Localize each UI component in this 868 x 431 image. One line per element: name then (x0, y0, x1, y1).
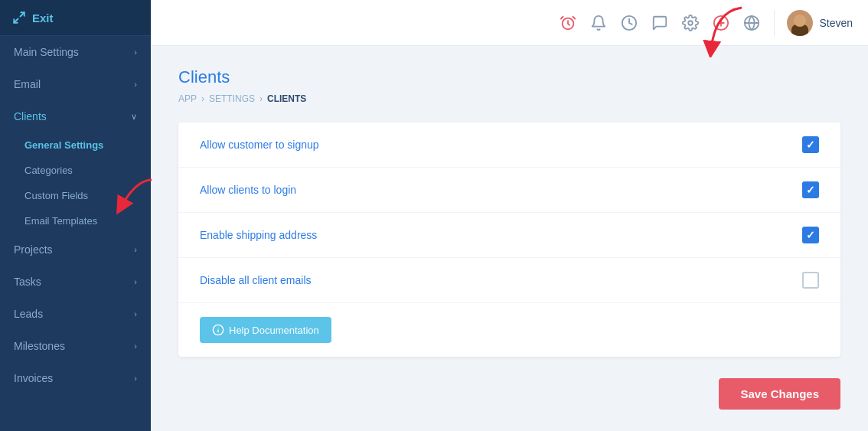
chevron-right-icon: › (134, 309, 137, 318)
setting-label-shipping-address: Enable shipping address (200, 229, 787, 241)
setting-row-disable-emails: Disable all client emails (178, 258, 840, 303)
avatar (787, 10, 813, 36)
sidebar-subitem-custom-fields[interactable]: Custom Fields (0, 183, 151, 208)
username-label: Steven (819, 17, 853, 29)
sidebar-item-projects[interactable]: Projects › (0, 233, 151, 266)
user-section[interactable]: Steven (774, 10, 853, 36)
sidebar-item-email[interactable]: Email › (0, 68, 151, 100)
content-area: Clients APP › SETTINGS › CLIENTS Allow c… (151, 46, 868, 431)
sidebar-subitem-email-templates[interactable]: Email Templates (0, 208, 151, 233)
exit-button[interactable]: Exit (0, 0, 151, 36)
setting-row-allow-login: Allow clients to login (178, 168, 840, 213)
breadcrumb: APP › SETTINGS › CLIENTS (178, 93, 840, 104)
chevron-right-icon: › (134, 277, 137, 286)
sidebar-item-label: Tasks (14, 276, 41, 288)
checkbox-allow-signup[interactable] (802, 136, 819, 153)
chevron-right-icon: › (134, 245, 137, 254)
sidebar-item-label: Projects (14, 243, 53, 256)
sidebar-subitem-general-settings[interactable]: General Settings (0, 132, 151, 158)
checkbox-allow-login[interactable] (802, 181, 819, 198)
sidebar-item-label: Email (14, 78, 41, 90)
chevron-right-icon: › (134, 80, 137, 89)
sidebar-item-invoices[interactable]: Invoices › (0, 362, 151, 394)
bell-icon[interactable] (590, 15, 607, 31)
alarm-icon[interactable] (560, 15, 576, 31)
help-documentation-button[interactable]: Help Documentation (200, 317, 331, 343)
chat-icon[interactable] (651, 15, 668, 31)
sidebar-item-tasks[interactable]: Tasks › (0, 266, 151, 298)
topbar: Steven (151, 0, 868, 46)
save-changes-button[interactable]: Save Changes (719, 378, 840, 410)
clock-icon[interactable] (621, 15, 638, 31)
sidebar-item-label: Milestones (14, 340, 65, 352)
page-title: Clients (178, 67, 840, 87)
sidebar-item-leads[interactable]: Leads › (0, 298, 151, 330)
setting-label-disable-emails: Disable all client emails (200, 274, 787, 286)
chevron-right-icon: › (134, 341, 137, 351)
exit-label: Exit (32, 11, 54, 24)
exit-icon (12, 11, 26, 24)
breadcrumb-sep-1: › (201, 93, 204, 104)
gear-icon[interactable] (682, 15, 699, 31)
info-icon (212, 324, 224, 336)
sidebar-item-label: Leads (14, 308, 43, 320)
svg-point-4 (689, 21, 693, 25)
globe-icon[interactable] (743, 15, 760, 31)
breadcrumb-settings[interactable]: SETTINGS (209, 93, 255, 104)
plus-circle-icon[interactable] (713, 15, 729, 31)
help-btn-label: Help Documentation (229, 325, 319, 336)
setting-label-allow-login: Allow clients to login (200, 184, 787, 196)
sidebar-item-label: Clients (14, 110, 47, 122)
checkbox-disable-emails[interactable] (802, 272, 819, 289)
setting-row-allow-signup: Allow customer to signup (178, 122, 840, 168)
setting-label-allow-signup: Allow customer to signup (200, 139, 787, 151)
breadcrumb-app[interactable]: APP (178, 93, 197, 104)
sidebar-item-label: Main Settings (14, 46, 79, 58)
setting-row-shipping-address: Enable shipping address (178, 213, 840, 258)
breadcrumb-sep-2: › (259, 93, 263, 104)
sidebar-item-main-settings[interactable]: Main Settings › (0, 36, 151, 68)
chevron-right-icon: › (134, 47, 137, 57)
sidebar-nav: Main Settings › Email › Clients ∨ Genera… (0, 36, 151, 431)
sidebar: Exit Main Settings › Email › Clients ∨ G… (0, 0, 151, 431)
checkbox-shipping-address[interactable] (802, 227, 819, 243)
sidebar-item-milestones[interactable]: Milestones › (0, 330, 151, 362)
chevron-down-icon: ∨ (131, 112, 137, 122)
settings-card: Allow customer to signup Allow clients t… (178, 122, 840, 357)
sidebar-item-label: Invoices (14, 372, 53, 384)
main-area: Steven Clients APP › SETTINGS › CLIENTS … (151, 0, 868, 431)
breadcrumb-current: CLIENTS (267, 93, 306, 104)
sidebar-subitem-categories[interactable]: Categories (0, 158, 151, 183)
chevron-right-icon: › (134, 374, 137, 383)
sidebar-item-clients[interactable]: Clients ∨ (0, 100, 151, 132)
